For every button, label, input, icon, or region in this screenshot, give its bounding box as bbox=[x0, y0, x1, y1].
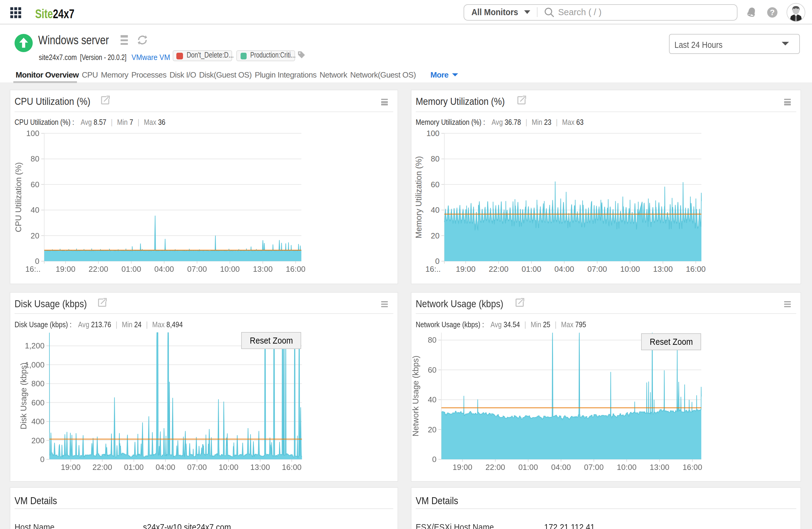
svg-text:Memory Utilization (%): Memory Utilization (%) bbox=[414, 156, 423, 238]
svg-text:0: 0 bbox=[432, 454, 436, 464]
svg-text:20: 20 bbox=[427, 425, 436, 434]
svg-text:07:00: 07:00 bbox=[587, 265, 607, 274]
svg-text:16:..: 16:.. bbox=[25, 265, 41, 274]
svg-text:600: 600 bbox=[31, 398, 45, 407]
svg-text:01:00: 01:00 bbox=[521, 265, 541, 274]
svg-text:22:00: 22:00 bbox=[485, 462, 505, 471]
svg-text:400: 400 bbox=[31, 416, 45, 426]
svg-text:1,200: 1,200 bbox=[25, 341, 45, 350]
svg-text:200: 200 bbox=[31, 436, 45, 445]
svg-text:13:00: 13:00 bbox=[250, 462, 270, 471]
svg-text:Network Usage (kbps): Network Usage (kbps) bbox=[411, 355, 420, 436]
svg-text:19:00: 19:00 bbox=[452, 462, 472, 471]
svg-text:CPU Utilization (%): CPU Utilization (%) bbox=[14, 162, 23, 232]
svg-text:19:00: 19:00 bbox=[61, 462, 81, 471]
svg-text:16:00: 16:00 bbox=[682, 462, 702, 471]
svg-text:22:00: 22:00 bbox=[489, 265, 508, 274]
svg-text:800: 800 bbox=[31, 379, 45, 388]
svg-text:20: 20 bbox=[431, 231, 439, 240]
svg-text:Disk Usage (kbps): Disk Usage (kbps) bbox=[19, 362, 28, 429]
svg-text:01:00: 01:00 bbox=[124, 462, 144, 471]
svg-text:04:00: 04:00 bbox=[154, 265, 174, 274]
svg-text:16:00: 16:00 bbox=[282, 462, 302, 471]
svg-text:80: 80 bbox=[431, 154, 439, 163]
svg-text:01:00: 01:00 bbox=[121, 265, 141, 274]
svg-text:07:00: 07:00 bbox=[187, 265, 207, 274]
svg-text:40: 40 bbox=[31, 205, 39, 215]
svg-text:10:00: 10:00 bbox=[219, 462, 238, 471]
svg-text:10:00: 10:00 bbox=[620, 265, 640, 274]
svg-text:10:00: 10:00 bbox=[220, 265, 240, 274]
svg-text:?: ? bbox=[770, 8, 775, 17]
svg-text:13:00: 13:00 bbox=[653, 265, 672, 274]
svg-text:19:00: 19:00 bbox=[455, 265, 475, 274]
svg-text:60: 60 bbox=[31, 180, 39, 189]
svg-text:60: 60 bbox=[427, 365, 436, 374]
svg-text:100: 100 bbox=[26, 129, 39, 138]
svg-text:04:00: 04:00 bbox=[156, 462, 175, 471]
svg-text:80: 80 bbox=[31, 154, 39, 163]
svg-text:07:00: 07:00 bbox=[187, 462, 207, 471]
svg-text:100: 100 bbox=[426, 129, 439, 138]
svg-text:40: 40 bbox=[427, 395, 436, 404]
svg-text:16:00: 16:00 bbox=[286, 265, 305, 274]
svg-text:19:00: 19:00 bbox=[56, 265, 75, 274]
svg-text:22:00: 22:00 bbox=[92, 462, 112, 471]
svg-text:20: 20 bbox=[31, 231, 39, 240]
svg-text:60: 60 bbox=[431, 180, 439, 189]
svg-text:0: 0 bbox=[40, 454, 45, 464]
svg-text:16:..: 16:.. bbox=[425, 265, 440, 274]
svg-text:04:00: 04:00 bbox=[551, 462, 570, 471]
svg-text:04:00: 04:00 bbox=[554, 265, 574, 274]
svg-text:22:00: 22:00 bbox=[88, 265, 108, 274]
svg-text:40: 40 bbox=[431, 205, 439, 215]
svg-text:07:00: 07:00 bbox=[583, 462, 603, 471]
svg-text:13:00: 13:00 bbox=[649, 462, 669, 471]
svg-text:16:00: 16:00 bbox=[686, 265, 705, 274]
svg-text:80: 80 bbox=[427, 335, 436, 344]
svg-text:13:00: 13:00 bbox=[253, 265, 273, 274]
svg-text:10:00: 10:00 bbox=[617, 462, 636, 471]
svg-text:01:00: 01:00 bbox=[518, 462, 538, 471]
